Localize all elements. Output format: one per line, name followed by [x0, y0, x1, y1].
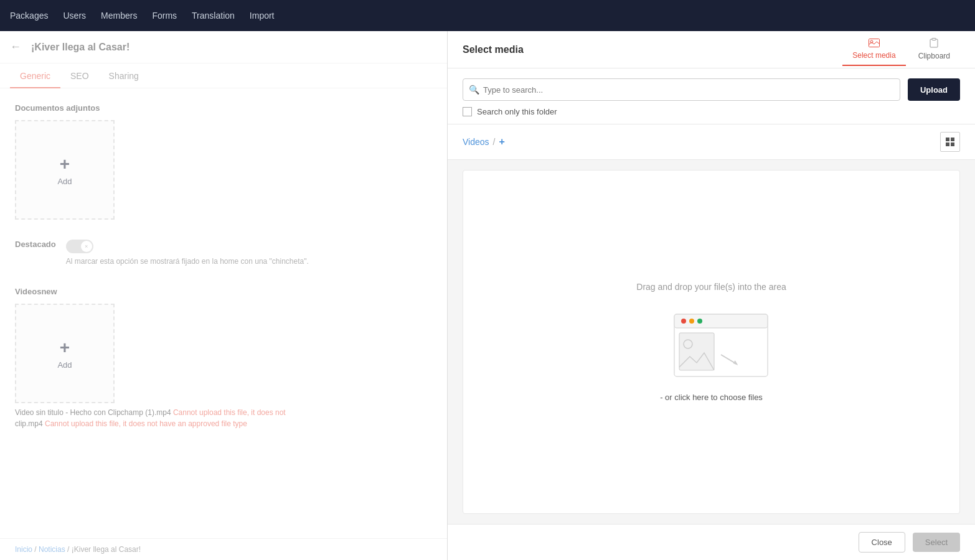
svg-point-11	[689, 319, 694, 324]
search-folder-label: Search only this folder	[477, 107, 557, 116]
grid-view-button[interactable]	[940, 132, 960, 152]
tab-clipboard[interactable]: Clipboard	[908, 33, 960, 67]
search-row: 🔍 Upload	[463, 78, 960, 101]
search-folder-row: Search only this folder	[463, 107, 960, 116]
select-button[interactable]: Select	[913, 533, 960, 552]
left-overlay	[0, 31, 447, 560]
nav-translation[interactable]: Translation	[192, 8, 235, 23]
path-row: Videos / +	[448, 124, 975, 160]
main-area: ← ¡Kiver llega al Casar! Generic SEO Sha…	[0, 31, 975, 560]
path-folder[interactable]: Videos	[463, 137, 489, 147]
search-input-wrapper: 🔍	[463, 78, 900, 101]
tab-select-media[interactable]: Select media	[842, 34, 905, 66]
nav-members[interactable]: Members	[101, 8, 137, 23]
search-icon: 🔍	[469, 85, 479, 95]
select-media-modal: Select media Select media	[447, 31, 975, 560]
search-input[interactable]	[463, 78, 900, 101]
svg-rect-4	[946, 138, 949, 141]
modal-title: Select media	[463, 44, 524, 55]
nav-forms[interactable]: Forms	[152, 8, 177, 23]
svg-point-12	[697, 319, 702, 324]
svg-rect-7	[951, 142, 954, 146]
svg-rect-9	[674, 314, 768, 328]
svg-point-10	[681, 319, 686, 324]
modal-header: Select media Select media	[448, 31, 975, 68]
nav-packages[interactable]: Packages	[10, 8, 48, 23]
path-add-button[interactable]: +	[499, 136, 504, 147]
click-to-choose-text: - or click here to choose files	[660, 393, 763, 402]
drop-text: Drag and drop your file(s) into the area	[636, 282, 786, 292]
modal-footer: Close Select	[448, 524, 975, 560]
upload-button[interactable]: Upload	[908, 78, 960, 101]
select-media-icon	[869, 39, 880, 50]
left-panel: ← ¡Kiver llega al Casar! Generic SEO Sha…	[0, 31, 447, 560]
nav-import[interactable]: Import	[250, 8, 275, 23]
svg-rect-5	[951, 138, 954, 141]
drop-zone[interactable]: Drag and drop your file(s) into the area	[463, 170, 960, 514]
svg-rect-3	[932, 38, 936, 40]
top-navigation: Packages Users Members Forms Translation…	[0, 0, 975, 31]
drop-illustration	[649, 302, 774, 383]
clipboard-icon	[930, 38, 938, 50]
search-area: 🔍 Upload Search only this folder	[448, 68, 975, 124]
tab-select-media-label: Select media	[852, 51, 895, 60]
path-separator: /	[493, 137, 496, 147]
search-folder-checkbox[interactable]	[463, 107, 472, 116]
tab-clipboard-label: Clipboard	[918, 52, 950, 60]
svg-rect-6	[946, 142, 949, 146]
modal-tabs: Select media Clipboard	[842, 33, 960, 67]
svg-rect-13	[679, 333, 714, 370]
nav-users[interactable]: Users	[63, 8, 86, 23]
path-links: Videos / +	[463, 136, 505, 147]
close-button[interactable]: Close	[859, 532, 905, 553]
